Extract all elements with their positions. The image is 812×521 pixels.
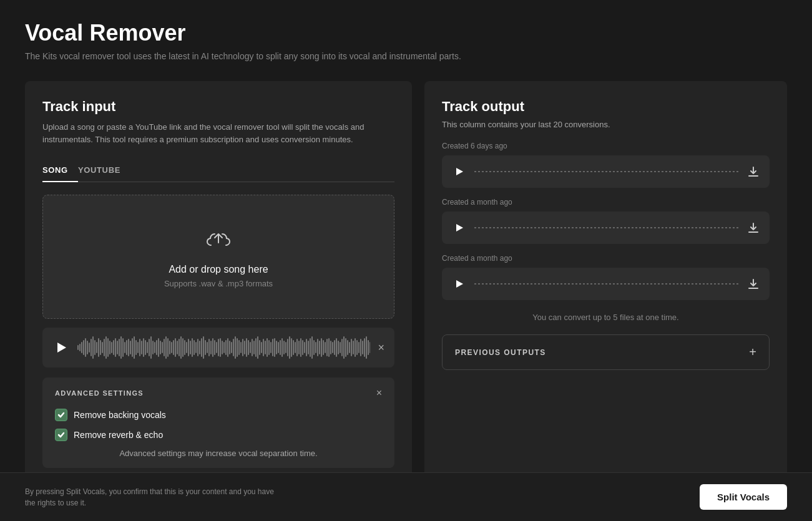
page-subtitle: The Kits vocal remover tool uses the lat… bbox=[25, 51, 787, 61]
output-waveform-3 bbox=[474, 283, 740, 285]
output-play-button-3[interactable] bbox=[452, 276, 467, 291]
checkbox-backing-vocals-indicator bbox=[55, 409, 67, 421]
waveform bbox=[77, 336, 370, 359]
checkbox-remove-backing-vocals[interactable]: Remove backing vocals bbox=[55, 409, 382, 421]
output-play-button-2[interactable] bbox=[452, 220, 467, 235]
output-group-3: Created a month ago bbox=[442, 254, 770, 300]
audio-player: × bbox=[42, 328, 394, 368]
svg-marker-0 bbox=[57, 343, 66, 353]
track-output-panel: Track output This column contains your l… bbox=[424, 81, 787, 495]
play-button[interactable] bbox=[52, 339, 70, 356]
upload-zone[interactable]: Add or drop song here Supports .wav & .m… bbox=[42, 195, 394, 319]
page-title: Vocal Remover bbox=[25, 20, 787, 46]
track-input-panel: Track input Upload a song or paste a You… bbox=[25, 81, 412, 495]
tab-youtube[interactable]: YOUTUBE bbox=[78, 160, 130, 182]
output-group-1: Created 6 days ago bbox=[442, 142, 770, 188]
checkbox-remove-reverb-echo[interactable]: Remove reverb & echo bbox=[55, 429, 382, 441]
split-vocals-button[interactable]: Split Vocals bbox=[700, 484, 787, 510]
output-player-3 bbox=[442, 268, 770, 300]
track-output-title: Track output bbox=[442, 99, 770, 115]
svg-marker-1 bbox=[456, 168, 463, 175]
output-timestamp-1: Created 6 days ago bbox=[442, 142, 770, 150]
output-download-button-1[interactable] bbox=[747, 165, 760, 178]
settings-warning: Advanced settings may increase vocal sep… bbox=[55, 449, 382, 458]
convert-limit-text: You can convert up to 5 files at one tim… bbox=[442, 313, 770, 322]
close-settings-button[interactable]: × bbox=[376, 387, 382, 399]
close-audio-button[interactable]: × bbox=[378, 341, 384, 354]
output-waveform-2 bbox=[474, 227, 740, 228]
output-download-button-3[interactable] bbox=[747, 278, 760, 290]
output-group-2: Created a month ago bbox=[442, 198, 770, 244]
previous-outputs-section[interactable]: PREVIOUS OUTPUTS + bbox=[442, 334, 770, 370]
upload-text: Add or drop song here bbox=[169, 264, 268, 275]
track-input-title: Track input bbox=[42, 99, 394, 115]
svg-marker-2 bbox=[456, 224, 463, 231]
track-input-description: Upload a song or paste a YouTube link an… bbox=[42, 121, 394, 145]
output-timestamp-3: Created a month ago bbox=[442, 254, 770, 263]
expand-icon: + bbox=[749, 345, 756, 359]
upload-subtext: Supports .wav & .mp3 formats bbox=[164, 279, 273, 288]
output-timestamp-2: Created a month ago bbox=[442, 198, 770, 207]
output-play-button-1[interactable] bbox=[452, 164, 467, 179]
output-player-1 bbox=[442, 155, 770, 188]
previous-outputs-label: PREVIOUS OUTPUTS bbox=[455, 348, 546, 357]
output-download-button-2[interactable] bbox=[747, 222, 760, 234]
tab-song[interactable]: SONG bbox=[42, 160, 78, 182]
upload-icon bbox=[205, 225, 232, 255]
bottom-disclaimer: By pressing Split Vocals, you confirm th… bbox=[25, 486, 275, 509]
bottom-bar: By pressing Split Vocals, you confirm th… bbox=[0, 472, 812, 521]
output-player-2 bbox=[442, 212, 770, 244]
checkbox-reverb-echo-label: Remove reverb & echo bbox=[74, 430, 163, 440]
advanced-settings-header: ADVANCED SETTINGS × bbox=[55, 387, 382, 399]
checkbox-backing-vocals-label: Remove backing vocals bbox=[74, 410, 166, 420]
output-waveform-1 bbox=[474, 171, 740, 172]
checkbox-reverb-echo-indicator bbox=[55, 429, 67, 441]
advanced-settings-panel: ADVANCED SETTINGS × Remove backing vocal… bbox=[42, 377, 394, 468]
track-output-subtitle: This column contains your last 20 conver… bbox=[442, 120, 770, 129]
input-tabs: SONG YOUTUBE bbox=[42, 160, 394, 182]
advanced-settings-title: ADVANCED SETTINGS bbox=[55, 389, 144, 397]
svg-marker-3 bbox=[456, 280, 463, 288]
